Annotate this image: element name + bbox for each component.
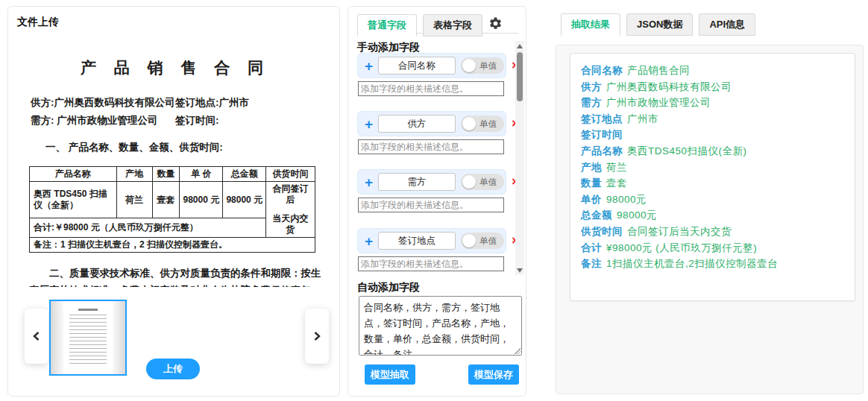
result-value: 合同签订后当天内交货 (627, 226, 732, 237)
cell-product: 奥西 TDS450 扫描仪（全新） (30, 182, 117, 218)
field-name-input[interactable] (378, 115, 456, 133)
result-key: 单价 (581, 194, 602, 205)
carousel-prev-button[interactable] (25, 309, 48, 364)
cell-total: 98000 元 (223, 182, 266, 218)
result-value: 广州市政物业管理公司 (606, 97, 711, 108)
result-key: 产品名称 (581, 145, 623, 157)
tab-json-data[interactable]: JSON数据 (626, 13, 693, 36)
field-row-sign-place: + 单值 (357, 228, 506, 253)
single-value-toggle[interactable]: 单值 (461, 174, 504, 190)
tab-normal-fields[interactable]: 普通字段 (357, 14, 417, 37)
result-row: 产地荷兰 (581, 160, 844, 176)
th-total: 总金额 (223, 167, 266, 182)
result-value: 1扫描仪主机壹台,2扫描仪控制器壹台 (606, 258, 778, 269)
result-row: 总金额98000元 (581, 207, 844, 224)
document-preview: 产 品 销 售 合 同 供方:广州奥西数码科技有限公司 签订地点:广州市 需方:… (22, 29, 329, 287)
result-key: 供方 (581, 81, 602, 92)
sign-place: 签订地点:广州市 (175, 96, 249, 110)
section-2-line-2: 产厂家的技术标准，免费上门安装及对非人为故障免费保修壹年 (29, 285, 311, 287)
result-row: 签订时间 (581, 127, 844, 143)
supplier-line: 供方:广州奥西数码科技有限公司 (31, 97, 175, 108)
fields-scrollbar[interactable] (515, 41, 524, 275)
thumbnail-page (63, 303, 113, 373)
contract-info-row-1: 供方:广州奥西数码科技有限公司 签订地点:广州市 (31, 96, 329, 110)
cell-note: 备注：1 扫描仪主机壹台，2 扫描仪控制器壹台。 (30, 238, 315, 253)
section-2-line-1: 二、质量要求技术标准、供方对质量负责的条件和期限：按生 (29, 265, 324, 282)
toggle-label: 单值 (479, 60, 497, 72)
settings-gear-icon[interactable] (488, 16, 503, 31)
single-value-toggle[interactable]: 单值 (461, 233, 504, 249)
field-name-input[interactable] (378, 232, 456, 250)
add-field-icon[interactable]: + (365, 175, 373, 189)
th-delivery: 供货时间 (266, 167, 315, 182)
delivery-line-2: 当天内交货 (268, 213, 312, 236)
cell-sum: 合计:￥98000 元（人民币玖万捌仟元整） (30, 218, 266, 238)
th-product: 产品名称 (30, 167, 117, 182)
field-desc-input[interactable] (358, 81, 504, 96)
results-card: 合同名称产品销售合同 供方广州奥西数码科技有限公司 需方广州市政物业管理公司 签… (570, 53, 855, 301)
field-desc-input[interactable] (358, 198, 504, 212)
buyer-line: 需方: 广州市政物业管理公司 (31, 115, 157, 126)
panel-title: 文件上传 (17, 16, 59, 29)
result-row: 签订地点广州市 (581, 111, 844, 127)
field-desc-input[interactable] (358, 256, 504, 271)
result-key: 需方 (581, 97, 602, 108)
scrollbar-thumb[interactable] (517, 52, 523, 101)
result-value: ¥98000元 (人民币玖万捌仟元整) (606, 242, 757, 253)
cell-unit-price: 98000 元 (180, 182, 223, 218)
result-row: 备注1扫描仪主机壹台,2扫描仪控制器壹台 (581, 256, 844, 272)
field-desc-input[interactable] (358, 139, 504, 154)
result-value: 奥西TDS450扫描仪(全新) (627, 145, 747, 157)
scroll-up-icon[interactable] (515, 41, 524, 51)
auto-fields-textarea[interactable]: 合同名称，供方，需方，签订地点，签订时间，产品名称，产地，数量，单价，总金额，供… (359, 296, 522, 356)
result-row: 合同名称产品销售合同 (581, 63, 844, 79)
thumbnail-title-line (78, 309, 98, 311)
document-thumbnail[interactable] (49, 300, 127, 376)
field-config-panel: 普通字段 表格字段 手动添加字段 + 单值 × + 单值 × + 单值 × + … (347, 6, 526, 397)
model-save-button[interactable]: 模型保存 (468, 364, 519, 385)
result-value: 98000元 (617, 209, 657, 221)
field-name-input[interactable] (378, 57, 456, 75)
th-origin: 产地 (116, 167, 152, 182)
chevron-right-icon (312, 331, 321, 341)
contract-table: 产品名称 产地 数量 单 价 总金额 供货时间 奥西 TDS450 扫描仪（全新… (29, 166, 315, 253)
result-row: 需方广州市政物业管理公司 (581, 95, 844, 111)
result-row: 单价98000元 (581, 192, 844, 208)
add-field-icon[interactable]: + (365, 59, 373, 73)
single-value-toggle[interactable]: 单值 (461, 57, 504, 74)
upload-button[interactable]: 上传 (146, 359, 200, 379)
result-value: 广州奥西数码科技有限公司 (606, 81, 732, 92)
result-value: 荷兰 (606, 162, 627, 173)
result-key: 总金额 (581, 209, 612, 221)
tab-extract-result[interactable]: 抽取结果 (561, 13, 620, 36)
table-header-row: 产品名称 产地 数量 单 价 总金额 供货时间 (30, 167, 315, 182)
result-row: 产品名称奥西TDS450扫描仪(全新) (581, 143, 844, 160)
field-name-input[interactable] (378, 173, 456, 191)
field-row-supplier: + 单值 (357, 111, 506, 136)
sign-time: 签订时间: (175, 114, 219, 127)
contract-info-row-2: 需方: 广州市政物业管理公司 签订时间: (31, 114, 329, 127)
tab-table-fields[interactable]: 表格字段 (423, 14, 482, 37)
tab-api-info[interactable]: API信息 (699, 13, 755, 36)
chevron-left-icon (32, 331, 41, 341)
add-field-icon[interactable]: + (365, 234, 373, 248)
thumbnail-text-lines (69, 315, 107, 367)
result-value: 产品销售合同 (627, 65, 690, 76)
file-upload-panel: 文件上传 产 品 销 售 合 同 供方:广州奥西数码科技有限公司 签订地点:广州… (7, 6, 340, 397)
single-value-toggle[interactable]: 单值 (461, 116, 504, 132)
scroll-down-icon[interactable] (515, 265, 524, 275)
th-unit-price: 单 价 (180, 167, 223, 182)
model-extract-button[interactable]: 模型抽取 (365, 364, 415, 385)
result-row: 数量壹套 (581, 175, 844, 192)
result-key: 供货时间 (581, 226, 623, 237)
result-key: 数量 (581, 177, 602, 189)
add-field-icon[interactable]: + (365, 117, 373, 131)
toggle-label: 单值 (479, 119, 497, 130)
contract-section-2: 二、质量要求技术标准、供方对质量负责的条件和期限：按生 产厂家的技术标准，免费上… (29, 265, 324, 287)
toggle-label: 单值 (479, 177, 497, 188)
result-value: 98000元 (606, 194, 647, 205)
carousel-next-button[interactable] (305, 309, 329, 364)
field-row-contract-name: + 单值 (357, 53, 506, 78)
contract-title: 产 品 销 售 合 同 (22, 57, 329, 78)
table-row: 奥西 TDS450 扫描仪（全新） 荷兰 壹套 98000 元 98000 元 … (30, 182, 315, 218)
